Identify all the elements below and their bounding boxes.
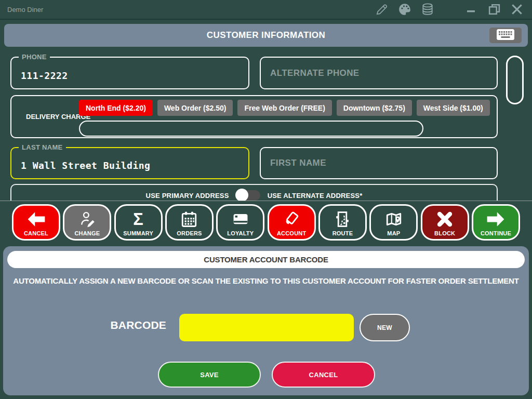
scrollbar-thumb[interactable] — [506, 56, 524, 104]
change-toolbar-button[interactable]: CHANGE — [63, 204, 111, 241]
sigma-icon: Σ — [116, 209, 161, 230]
app-title: Demo Diner — [7, 6, 43, 14]
delivery-charge-group: DELIVERY CHARGE North End ($2.20)Web Ord… — [10, 95, 498, 138]
first-name-placeholder: FIRST NAME — [270, 158, 326, 168]
toolbar-button-label: BLOCK — [434, 230, 455, 236]
toggle-knob — [235, 189, 248, 202]
account-book-icon — [269, 209, 314, 230]
titlebar: Demo Diner — [0, 0, 532, 20]
phone-label: PHONE — [19, 53, 50, 61]
arrow-right-icon — [473, 209, 518, 230]
customer-account-barcode-dialog: CUSTOMER ACCOUNT BARCODE AUTOMATICALLY A… — [3, 246, 529, 395]
alternate-phone-field[interactable]: ALTERNATE PHONE — [260, 57, 498, 89]
toolbar-button-label: CHANGE — [74, 230, 100, 236]
arrow-left-icon — [14, 209, 59, 230]
database-icon[interactable] — [420, 2, 435, 17]
toolbar-button-label: ROUTE — [332, 230, 353, 236]
toolbar-buttons: CANCELCHANGEΣSUMMARYORDERSLOYALTYACCOUNT… — [12, 204, 520, 241]
delivery-option[interactable]: North End ($2.20) — [79, 100, 153, 116]
summary-toolbar-button[interactable]: ΣSUMMARY — [114, 204, 163, 241]
loyalty-toolbar-button[interactable]: LOYALTY — [216, 204, 264, 241]
delivery-option[interactable]: Downtown ($2.75) — [337, 100, 412, 116]
block-x-icon — [422, 209, 468, 230]
last-name-label: LAST NAME — [19, 143, 66, 151]
continue-toolbar-button[interactable]: CONTINUE — [472, 204, 520, 241]
keyboard-button[interactable] — [489, 28, 522, 43]
map-toolbar-button[interactable]: MAP — [369, 204, 418, 241]
last-name-value: 1 Wall Street Building — [21, 160, 150, 171]
app-window: Demo Diner CUSTOMER INFORMATION — [0, 0, 532, 399]
orders-toolbar-button[interactable]: ORDERS — [165, 204, 214, 241]
phone-value: 111-2222 — [21, 70, 68, 81]
phone-field[interactable]: PHONE 111-2222 — [10, 57, 249, 89]
close-icon[interactable] — [509, 2, 525, 17]
toolbar-button-label: CANCEL — [24, 230, 48, 236]
delivery-option[interactable]: West Side ($1.00) — [417, 100, 490, 116]
toolbar-button-label: CONTINUE — [481, 230, 511, 236]
last-name-field[interactable]: LAST NAME 1 Wall Street Building — [10, 147, 249, 179]
dialog-description: AUTOMATICALLY ASSIGN A NEW BARCODE OR SC… — [8, 276, 524, 285]
block-toolbar-button[interactable]: BLOCK — [421, 204, 469, 241]
minimize-icon[interactable] — [463, 2, 479, 17]
barcode-label: BARCODE — [62, 319, 166, 331]
palette-icon[interactable] — [397, 2, 413, 17]
account-toolbar-button[interactable]: ACCOUNT — [268, 204, 316, 241]
barcode-input[interactable] — [179, 314, 354, 341]
customer-info-header: CUSTOMER INFORMATION — [4, 24, 528, 47]
toolbar-button-label: ORDERS — [177, 230, 202, 236]
toolbar-button-label: MAP — [387, 230, 400, 236]
toolbar-button-label: SUMMARY — [123, 230, 153, 236]
cancel-button[interactable]: CANCEL — [272, 362, 375, 388]
use-alternate-address-label: USE ALTERNATE ADDRESS* — [268, 192, 363, 200]
svg-text:Σ: Σ — [133, 210, 143, 228]
delivery-charge-options: North End ($2.20)Web Order ($2.50)Free W… — [79, 100, 493, 116]
loyalty-card-icon — [218, 209, 263, 230]
address-toggle[interactable] — [236, 190, 260, 201]
delivery-charge-custom-input[interactable] — [79, 121, 423, 137]
person-edit-icon — [64, 209, 110, 230]
toolbar-button-label: LOYALTY — [227, 230, 254, 236]
alternate-phone-placeholder: ALTERNATE PHONE — [270, 68, 360, 78]
new-barcode-button[interactable]: NEW — [360, 314, 410, 341]
route-icon — [320, 209, 365, 230]
save-button[interactable]: SAVE — [158, 362, 261, 388]
dialog-title-bar: CUSTOMER ACCOUNT BARCODE — [7, 251, 525, 268]
action-toolbar: CANCELCHANGEΣSUMMARYORDERSLOYALTYACCOUNT… — [0, 201, 532, 246]
route-toolbar-button[interactable]: ROUTE — [318, 204, 367, 241]
toolbar-button-label: ACCOUNT — [277, 230, 306, 236]
calendar-icon — [167, 209, 212, 230]
delivery-option[interactable]: Web Order ($2.50) — [157, 100, 233, 116]
restore-icon[interactable] — [486, 2, 502, 17]
cancel-toolbar-button[interactable]: CANCEL — [12, 204, 60, 241]
dialog-title: CUSTOMER ACCOUNT BARCODE — [204, 255, 328, 264]
keyboard-icon — [496, 28, 515, 43]
pencil-icon[interactable] — [374, 2, 390, 17]
use-primary-address-label: USE PRIMARY ADDRESS — [146, 192, 229, 200]
map-icon — [371, 209, 416, 230]
page-title: CUSTOMER INFORMATION — [207, 30, 325, 41]
delivery-option[interactable]: Free Web Order (FREE) — [237, 100, 331, 116]
first-name-field[interactable]: FIRST NAME — [260, 147, 498, 179]
